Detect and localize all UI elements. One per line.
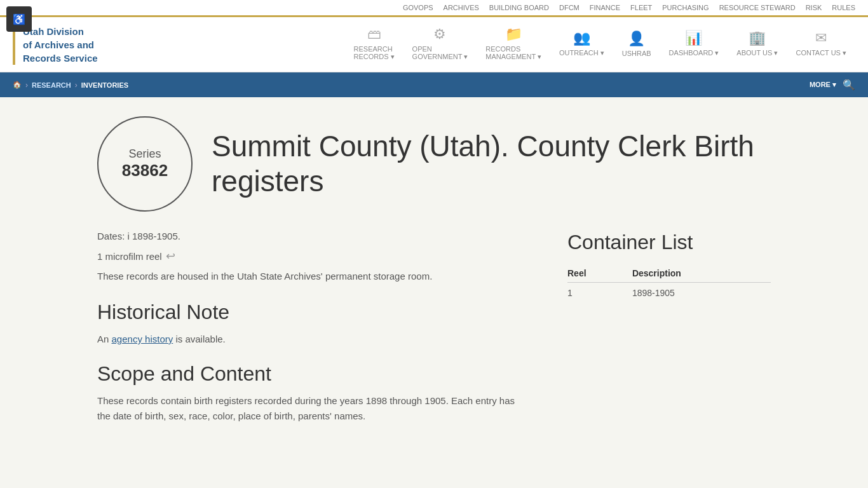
open-government-icon: ⚙ [433, 26, 446, 43]
utility-link-fleet[interactable]: FLEET [630, 4, 652, 15]
content-area: Series 83862 Summit County (Utah). Count… [85, 97, 783, 458]
content-right: Container List Reel Description 11898-19… [567, 231, 771, 439]
logo-text: Utah Division of Archives and Records Se… [23, 25, 98, 65]
utility-link-dfcm[interactable]: DFCM [559, 4, 580, 15]
description-cell: 1898-1905 [632, 283, 771, 304]
utility-link-finance[interactable]: FINANCE [590, 4, 620, 15]
breadcrumb-inventories: INVENTORIES [81, 81, 128, 89]
historical-note-text: An agency history is available. [97, 332, 529, 347]
utility-bar: GOVOPS ARCHIVES BUILDING BOARD DFCM FINA… [0, 0, 868, 17]
series-number: 83862 [122, 161, 168, 180]
table-row: 11898-1905 [567, 283, 771, 304]
content-left: Dates: i 1898-1905. 1 microfilm reel ↩ T… [97, 231, 529, 439]
utility-link-resource-steward[interactable]: RESOURCE STEWARD [719, 4, 796, 15]
container-table: Reel Description 11898-1905 [567, 264, 771, 303]
nav-ushrab[interactable]: 👤 USHRAB [613, 22, 660, 68]
breadcrumb-left: 🏠 › RESEARCH › INVENTORIES [13, 81, 128, 90]
col-description: Description [632, 264, 771, 283]
nav-dashboard[interactable]: 📊 DASHBOARD ▾ [660, 21, 728, 68]
breadcrumb-bar: 🏠 › RESEARCH › INVENTORIES MORE ▾ 🔍 [0, 72, 868, 97]
accessibility-button[interactable]: ♿ [6, 6, 32, 32]
logo-area[interactable]: Utah Division of Archives and Records Se… [13, 25, 153, 65]
content-body: Dates: i 1898-1905. 1 microfilm reel ↩ T… [97, 231, 771, 439]
utility-link-rules[interactable]: RULES [832, 4, 855, 15]
series-label: Series [128, 147, 161, 161]
microfilm-line: 1 microfilm reel ↩ [97, 249, 529, 263]
nav-records-management[interactable]: 📁 RECORDSMANAGEMENT ▾ [477, 17, 550, 72]
historical-note-heading: Historical Note [97, 301, 529, 324]
about-us-icon: 🏢 [749, 30, 766, 46]
utility-link-building-board[interactable]: BUILDING BOARD [489, 4, 549, 15]
nav-outreach[interactable]: 👥 OUTREACH ▾ [550, 21, 613, 68]
records-management-icon: 📁 [505, 26, 522, 43]
storage-line: These records are housed in the Utah Sta… [97, 271, 529, 281]
nav-contact-us[interactable]: ✉ CONTACT US ▾ [787, 21, 855, 68]
outreach-icon: 👥 [573, 30, 590, 46]
search-icon[interactable]: 🔍 [843, 79, 855, 91]
research-records-icon: 🗃 [367, 26, 381, 43]
breadcrumb-right: MORE ▾ 🔍 [810, 79, 855, 91]
more-button[interactable]: MORE ▾ [810, 81, 836, 89]
header: Utah Division of Archives and Records Se… [0, 17, 868, 72]
dates-line: Dates: i 1898-1905. [97, 231, 529, 241]
main-nav: 🗃 RESEARCHRECORDS ▾ ⚙ OPENGOVERNMENT ▾ 📁… [153, 17, 855, 72]
scope-text: These records contain birth registers re… [97, 393, 529, 424]
series-badge: Series 83862 [97, 116, 193, 212]
utility-link-risk[interactable]: RISK [806, 4, 822, 15]
ushrab-icon: 👤 [628, 30, 645, 47]
breadcrumb-research[interactable]: RESEARCH [32, 81, 71, 89]
container-list-title: Container List [567, 231, 771, 254]
breadcrumb-home[interactable]: 🏠 [13, 81, 22, 89]
agency-history-link[interactable]: agency history [112, 334, 173, 344]
reel-cell: 1 [567, 283, 632, 304]
nav-about-us[interactable]: 🏢 ABOUT US ▾ [728, 21, 787, 68]
dashboard-icon: 📊 [685, 30, 702, 46]
series-title: Summit County (Utah). County Clerk Birth… [212, 129, 771, 199]
utility-link-archives[interactable]: ARCHIVES [444, 4, 479, 15]
contact-us-icon: ✉ [815, 30, 827, 46]
nav-open-government[interactable]: ⚙ OPENGOVERNMENT ▾ [403, 17, 477, 72]
nav-research-records[interactable]: 🗃 RESEARCHRECORDS ▾ [345, 17, 403, 72]
scope-heading: Scope and Content [97, 362, 529, 386]
microfilm-icon: ↩ [166, 249, 175, 263]
series-header: Series 83862 Summit County (Utah). Count… [97, 116, 771, 212]
utility-link-govops[interactable]: GOVOPS [403, 4, 433, 15]
utility-link-purchasing[interactable]: PURCHASING [662, 4, 709, 15]
microfilm-count: 1 microfilm reel [97, 251, 162, 262]
col-reel: Reel [567, 264, 632, 283]
